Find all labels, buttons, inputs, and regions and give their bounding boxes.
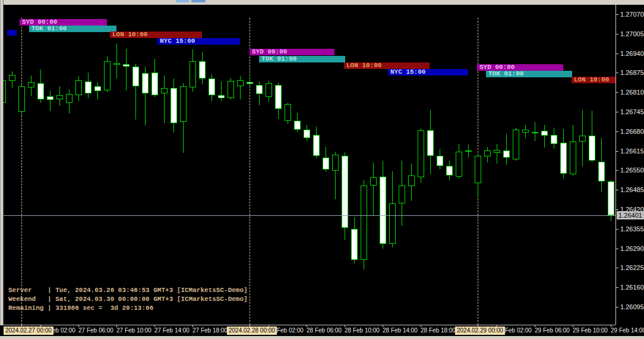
candle-body — [47, 96, 53, 100]
candle-body — [408, 175, 415, 186]
price-tick — [616, 249, 618, 249]
server-info-panel: Server | Tue, 2024.03.26 03:46:53 GMT+3 … — [8, 286, 248, 313]
candle-body — [399, 186, 405, 203]
chart-area[interactable]: SYD 00:00TOK 01:00LON 10:00NYC 15:00SYD … — [4, 5, 615, 325]
day-separator-line — [250, 18, 250, 325]
price-tick — [616, 54, 618, 54]
server-info-line: Remaining | 331986 sec = 3d 20:13:06 — [8, 304, 248, 313]
candle-body — [94, 86, 101, 91]
time-tick-label: 27 Feb 06:00 — [78, 327, 113, 334]
session-bar-fragment-nyc — [7, 30, 17, 36]
candle-body — [266, 83, 272, 97]
candle-body — [275, 85, 282, 109]
candle-body — [503, 150, 510, 158]
candle-body — [579, 136, 586, 142]
candle-body — [598, 162, 605, 181]
candle-body — [9, 75, 15, 81]
price-tick — [616, 73, 618, 73]
candle-body — [151, 73, 158, 95]
candle-body — [446, 166, 453, 175]
candle-body — [608, 181, 614, 215]
price-tick — [616, 209, 618, 210]
candle-body — [161, 88, 168, 93]
price-axis-line — [615, 5, 616, 325]
candle-body — [37, 83, 44, 99]
price-tick — [616, 34, 618, 34]
price-tick-label: 1.26810 — [620, 89, 644, 96]
price-tick — [616, 14, 618, 15]
window-bottom-border — [0, 336, 644, 339]
price-tick-label: 1.26680 — [620, 128, 644, 135]
price-tick-label: 1.26160 — [620, 284, 644, 291]
price-tick-label: 1.26745 — [620, 108, 644, 115]
price-tick — [616, 92, 618, 93]
candle-body — [28, 82, 34, 87]
candle-body — [522, 130, 529, 133]
candle-body — [342, 156, 348, 228]
session-bar-tok: TOK 01:00 — [486, 71, 572, 77]
candle-body — [513, 130, 519, 159]
session-bar-lon: LON 10:00 — [572, 77, 615, 83]
time-axis[interactable]: 27 Feb 02:0027 Feb 06:0027 Feb 10:0027 F… — [0, 325, 644, 336]
candle-body — [285, 104, 291, 121]
price-tick — [616, 151, 618, 152]
candle-body — [104, 61, 111, 90]
time-tick-label: 29 Feb 10:00 — [573, 327, 608, 334]
candle-wick — [116, 43, 117, 79]
candle-body — [351, 229, 358, 260]
session-bar-tok: TOK 01:00 — [259, 56, 345, 62]
session-bar-syd: SYD 00:00 — [250, 49, 334, 55]
candle-body — [313, 135, 320, 156]
candle-body — [389, 203, 396, 244]
candle-body — [113, 63, 120, 65]
date-label-highlighted: 2024.02.28 00:00 — [227, 327, 277, 335]
candle-wick — [544, 125, 545, 147]
candle-body — [332, 155, 339, 171]
candle-body — [56, 95, 63, 99]
candle-wick — [50, 91, 50, 111]
candle-body — [323, 158, 329, 170]
price-tick — [616, 190, 618, 190]
date-label-highlighted: 2024.02.27 00:00 — [4, 327, 53, 335]
candle-body — [171, 88, 177, 123]
price-tick-label: 1.27005 — [620, 30, 644, 37]
candle-body — [427, 130, 434, 156]
current-price-line — [4, 215, 615, 216]
price-tick-label: 1.26485 — [620, 186, 644, 193]
price-tick — [616, 287, 618, 288]
time-tick-label: 28 Feb 14:00 — [383, 327, 418, 334]
server-info-line: Server | Tue, 2024.03.26 03:46:53 GMT+3 … — [8, 286, 248, 295]
time-tick-label: 28 Feb 10:00 — [345, 327, 380, 334]
candle-body — [247, 82, 253, 84]
candle-body — [475, 156, 481, 183]
candle-body — [418, 130, 424, 177]
price-tick — [616, 268, 618, 268]
time-tick-label: 29 Feb 06:00 — [535, 327, 570, 334]
price-tick-label: 1.26550 — [620, 167, 644, 174]
price-tick — [616, 307, 618, 307]
price-tick-label: 1.26290 — [620, 245, 644, 252]
price-tick — [616, 112, 618, 112]
candle-body — [4, 80, 6, 103]
candle-body — [228, 81, 234, 98]
candle-body — [484, 150, 491, 156]
candle-body — [256, 85, 263, 94]
time-axis-line — [0, 325, 615, 325]
candle-body — [380, 177, 386, 244]
time-tick-label: 27 Feb 10:00 — [116, 327, 151, 334]
candle-body — [532, 132, 538, 133]
price-tick — [616, 131, 618, 132]
candle-wick — [240, 76, 241, 99]
candle-body — [456, 152, 462, 177]
price-axis[interactable]: 1.270701.270051.269401.268751.268101.267… — [615, 5, 644, 325]
session-bar-nyc: NYC 15:00 — [157, 38, 240, 45]
candle-body — [209, 79, 215, 95]
candle-body — [190, 61, 196, 87]
candle-wick — [221, 81, 222, 101]
workspace-tab-fragment — [191, 0, 206, 2]
candle-body — [465, 150, 472, 152]
candle-body — [361, 186, 367, 260]
candle-body — [218, 95, 225, 98]
price-tick — [616, 229, 618, 230]
candle-body — [551, 135, 557, 144]
